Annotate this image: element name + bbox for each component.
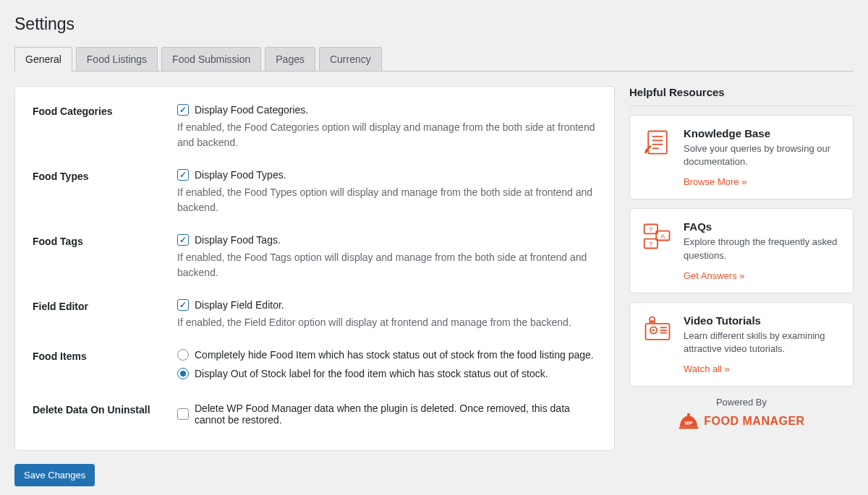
help-food-categories: If enabled, the Food Categories option w… (177, 120, 597, 150)
svg-rect-18 (679, 427, 699, 429)
row-food-tags: Food Tags Display Food Tags. If enabled,… (33, 234, 597, 280)
checkbox-delete-data[interactable] (177, 408, 189, 420)
brand-badge-text: WP (685, 421, 693, 426)
brand-text: FOOD MANAGER (704, 415, 804, 428)
checkbox-label-delete-data: Delete WP Food Manager data when the plu… (195, 403, 597, 426)
row-field-editor: Field Editor Display Field Editor. If en… (33, 299, 597, 330)
label-food-items: Food Items (33, 349, 177, 362)
video-tutorial-icon (642, 314, 673, 346)
help-food-tags: If enabled, the Food Tags option will di… (177, 250, 597, 280)
checkbox-label-field-editor: Display Field Editor. (195, 299, 284, 311)
row-delete-data: Delete Data On Uninstall Delete WP Food … (33, 403, 597, 430)
svg-point-17 (687, 413, 691, 417)
resource-link-watch-all[interactable]: Watch all » (684, 363, 730, 374)
svg-rect-11 (646, 324, 670, 340)
page-title: Settings (14, 14, 854, 34)
checkbox-food-types[interactable] (177, 169, 189, 181)
resource-desc: Explore through the frequently asked que… (684, 236, 841, 262)
tab-general[interactable]: General (14, 47, 72, 72)
tab-pages[interactable]: Pages (265, 47, 315, 72)
help-food-types: If enabled, the Food Types option will d… (177, 185, 597, 215)
checkbox-label-food-types: Display Food Types. (195, 169, 286, 181)
settings-tabs: General Food Listings Food Submission Pa… (14, 47, 854, 72)
row-food-types: Food Types Display Food Types. If enable… (33, 169, 597, 215)
checkbox-label-food-tags: Display Food Tags. (195, 234, 281, 246)
checkbox-field-editor[interactable] (177, 299, 189, 311)
resource-knowledge-base: Knowledge Base Solve your queries by bro… (629, 115, 854, 199)
tab-food-submission[interactable]: Food Submission (161, 47, 261, 72)
svg-text:?: ? (649, 241, 652, 248)
resource-title: FAQs (684, 220, 841, 233)
label-delete-data: Delete Data On Uninstall (33, 403, 177, 416)
radio-label-food-items-label: Display Out of Stock label for the food … (195, 368, 548, 379)
resource-desc: Learn different skills by examining attr… (684, 330, 841, 356)
resource-desc: Solve your queries by browsing our docum… (684, 142, 841, 168)
radio-food-items-label[interactable] (177, 368, 189, 379)
row-food-items: Food Items Completely hide Food Item whi… (33, 349, 597, 384)
resource-video-tutorials: Video Tutorials Learn different skills b… (629, 302, 854, 387)
checkbox-food-tags[interactable] (177, 234, 189, 246)
powered-by: Powered By WP FOOD MANAGER (629, 397, 854, 431)
label-food-types: Food Types (33, 169, 177, 182)
cloche-icon: WP (678, 412, 699, 431)
brand-logo-block: WP FOOD MANAGER (629, 412, 854, 431)
svg-text:?: ? (649, 226, 652, 233)
label-food-tags: Food Tags (33, 234, 177, 247)
resource-title: Knowledge Base (684, 127, 841, 139)
tab-food-listings[interactable]: Food Listings (76, 47, 158, 72)
label-field-editor: Field Editor (33, 299, 177, 312)
save-changes-button[interactable]: Save Changes (14, 464, 95, 486)
checkbox-label-food-categories: Display Food Categories. (195, 104, 308, 116)
sidebar-title: Helpful Resources (629, 86, 854, 106)
resource-faqs: ? A ? FAQs Explore through the frequentl… (629, 208, 854, 293)
settings-panel: Food Categories Display Food Categories.… (14, 86, 615, 451)
radio-label-food-items-hide: Completely hide Food Item which has stoc… (195, 349, 594, 361)
svg-rect-0 (648, 132, 667, 154)
checkbox-food-categories[interactable] (177, 104, 189, 116)
qa-bubbles-icon: ? A ? (642, 220, 673, 252)
row-food-categories: Food Categories Display Food Categories.… (33, 104, 597, 150)
radio-food-items-hide[interactable] (177, 349, 189, 361)
powered-by-label: Powered By (629, 397, 854, 408)
help-field-editor: If enabled, the Field Editor option will… (177, 315, 597, 330)
resource-link-browse-more[interactable]: Browse More » (684, 176, 746, 187)
tab-currency[interactable]: Currency (319, 47, 382, 72)
sidebar: Helpful Resources Knowledge Base Solve y… (629, 86, 854, 431)
resource-link-get-answers[interactable]: Get Answers » (684, 270, 745, 281)
document-icon (642, 127, 673, 159)
resource-title: Video Tutorials (684, 314, 841, 327)
svg-text:A: A (660, 233, 665, 240)
label-food-categories: Food Categories (33, 104, 177, 117)
